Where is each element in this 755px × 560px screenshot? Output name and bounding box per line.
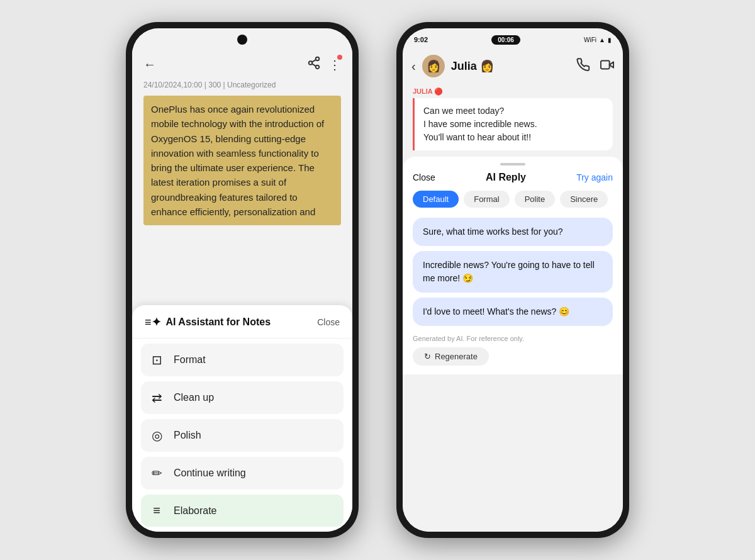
messages-back-button[interactable]: ‹ — [411, 59, 416, 74]
ai-menu-item-continue[interactable]: ✏ Continue writing — [141, 457, 344, 490]
status-call: 00:06 — [491, 35, 520, 45]
svg-line-4 — [312, 60, 316, 62]
message-content: JULIA 🔴 Can we meet today? I have some i… — [403, 81, 623, 532]
phone-notes: ← ⋮ 24/10/2024,10:00 | 300 | Unc — [126, 22, 359, 538]
cleanup-label: Clean up — [174, 392, 214, 403]
status-bar-2: 9:02 00:06 WiFi ▲ ▮ — [403, 28, 623, 51]
message-topbar: ‹ 👩 Julia 👩 — [403, 51, 623, 81]
elaborate-label: Elaborate — [174, 505, 217, 517]
tone-pills-row: Default Formal Polite Sincere — [403, 187, 623, 214]
status-time: 9:02 — [414, 36, 428, 43]
tone-polite[interactable]: Polite — [515, 191, 556, 208]
polish-label: Polish — [174, 430, 201, 441]
polish-icon: ◎ — [148, 428, 165, 443]
ai-assistant-panel: ≡✦ AI Assistant for Notes Close ⊡ Format… — [132, 305, 352, 532]
signal-icon: ▲ — [599, 36, 605, 43]
notch-bar-1 — [132, 28, 352, 51]
tone-formal[interactable]: Formal — [464, 191, 509, 208]
ai-suggestions-list: Sure, what time works best for you? Incr… — [403, 214, 623, 330]
ai-menu-item-format[interactable]: ⊡ Format — [141, 344, 344, 376]
ai-menu-item-cleanup[interactable]: ⇄ Clean up — [141, 381, 344, 414]
ai-generated-note: Generated by AI. For reference only. — [413, 335, 524, 342]
regenerate-icon: ↻ — [424, 352, 431, 361]
format-icon: ⊡ — [148, 352, 165, 367]
julia-message-bubble: Can we meet today? I have some incredibl… — [413, 98, 613, 150]
status-icons: WiFi ▲ ▮ — [584, 36, 612, 43]
ai-reply-header: Close AI Reply Try again — [403, 165, 623, 187]
ai-panel-title: AI Assistant for Notes — [166, 316, 271, 328]
ai-suggestion-3[interactable]: I'd love to meet! What's the news? 😊 — [413, 298, 613, 326]
ai-suggestion-2[interactable]: Incredible news? You're going to have to… — [413, 251, 613, 293]
front-camera-1 — [237, 35, 247, 45]
ai-suggestion-1[interactable]: Sure, what time works best for you? — [413, 218, 613, 246]
tone-sincere[interactable]: Sincere — [560, 191, 608, 208]
notes-body: OnePlus has once again revolutionized mo… — [132, 96, 352, 305]
regenerate-label: Regenerate — [435, 352, 478, 361]
phone-messages: 9:02 00:06 WiFi ▲ ▮ ‹ 👩 Julia 👩 — [396, 22, 629, 538]
continue-writing-label: Continue writing — [174, 468, 246, 479]
regenerate-button[interactable]: ↻ Regenerate — [413, 347, 489, 366]
phone-call-button[interactable] — [576, 58, 590, 75]
try-again-button[interactable]: Try again — [576, 172, 613, 182]
svg-rect-6 — [601, 60, 610, 69]
contact-name: Julia 👩 — [451, 59, 570, 73]
note-text: OnePlus has once again revolutionized mo… — [143, 96, 341, 225]
wifi-icon: WiFi — [584, 36, 596, 43]
ai-panel-icon: ≡✦ — [145, 315, 161, 329]
svg-line-3 — [312, 64, 316, 66]
julia-label: JULIA 🔴 — [413, 87, 613, 96]
ai-menu-item-elaborate[interactable]: ≡ Elaborate — [141, 495, 344, 527]
ai-footer: Generated by AI. For reference only. ↻ R… — [403, 330, 623, 374]
share-button[interactable] — [307, 56, 321, 73]
ai-reply-sheet: Close AI Reply Try again Default Formal … — [403, 157, 623, 374]
ai-panel-header: ≡✦ AI Assistant for Notes Close — [132, 315, 352, 339]
elaborate-icon: ≡ — [148, 503, 165, 518]
video-call-button[interactable] — [600, 58, 614, 75]
ai-reply-close-button[interactable]: Close — [413, 172, 435, 182]
julia-message-area: JULIA 🔴 Can we meet today? I have some i… — [403, 81, 623, 157]
ai-panel-close-button[interactable]: Close — [317, 317, 340, 327]
cleanup-icon: ⇄ — [148, 390, 165, 405]
ai-reply-title: AI Reply — [486, 172, 526, 183]
tone-default[interactable]: Default — [413, 191, 459, 208]
back-button[interactable]: ← — [143, 57, 156, 72]
more-button[interactable]: ⋮ — [328, 57, 341, 72]
continue-writing-icon: ✏ — [148, 466, 165, 481]
contact-avatar: 👩 — [422, 55, 445, 77]
notes-meta: 24/10/2024,10:00 | 300 | Uncategorized — [132, 78, 352, 96]
ai-menu-list: ⊡ Format ⇄ Clean up ◎ Polish ✏ Continue … — [132, 339, 352, 532]
ai-menu-item-polish[interactable]: ◎ Polish — [141, 419, 344, 452]
format-label: Format — [174, 354, 206, 366]
notes-topbar: ← ⋮ — [132, 51, 352, 78]
battery-icon: ▮ — [608, 36, 612, 43]
